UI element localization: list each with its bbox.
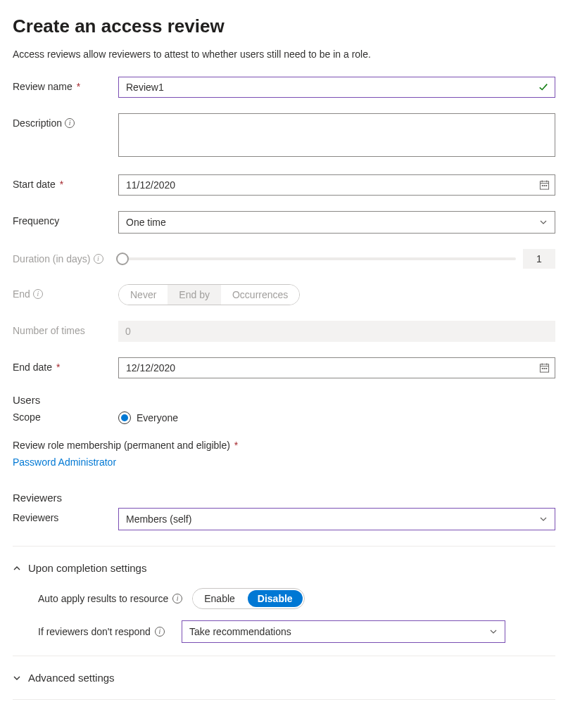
info-icon[interactable]: i xyxy=(155,627,165,637)
chevron-down-icon xyxy=(539,515,548,523)
chevron-down-icon xyxy=(539,218,548,226)
required-asterisk: * xyxy=(77,81,80,92)
end-label: End i xyxy=(13,284,118,300)
radio-icon xyxy=(118,411,131,424)
end-option-never[interactable]: Never xyxy=(119,285,168,305)
reviewers-heading: Reviewers xyxy=(13,492,555,504)
required-asterisk: * xyxy=(56,362,60,373)
chevron-down-icon xyxy=(489,627,498,636)
end-date-label: End date* xyxy=(13,357,118,373)
reviewers-select[interactable]: Members (self) xyxy=(118,508,555,530)
if-no-respond-select[interactable]: Take recommendations xyxy=(182,620,505,643)
chevron-down-icon xyxy=(13,674,21,682)
description-input[interactable] xyxy=(118,113,555,157)
auto-apply-label: Auto apply results to resource i xyxy=(38,593,182,604)
info-icon[interactable]: i xyxy=(94,254,103,264)
role-link-password-administrator[interactable]: Password Administrator xyxy=(13,456,116,468)
auto-apply-toggle: Enable Disable xyxy=(192,588,304,609)
review-name-label: Review name* xyxy=(13,77,118,92)
frequency-label: Frequency xyxy=(13,211,118,226)
page-subtitle: Access reviews allow reviewers to attest… xyxy=(13,49,555,60)
advanced-settings-label: Advanced settings xyxy=(28,672,115,684)
number-of-times-label: Number of times xyxy=(13,321,118,336)
review-name-input[interactable] xyxy=(118,77,555,98)
role-membership-label: Review role membership (permanent and el… xyxy=(13,440,230,451)
scope-label: Scope xyxy=(13,410,118,423)
section-divider xyxy=(13,546,555,547)
description-label: Description i xyxy=(13,113,118,129)
completion-settings-label: Upon completion settings xyxy=(28,562,146,574)
chevron-up-icon xyxy=(13,564,21,573)
end-segmented-control: Never End by Occurrences xyxy=(118,284,300,305)
completion-settings-toggle[interactable]: Upon completion settings xyxy=(13,559,555,577)
duration-value: 1 xyxy=(523,249,555,269)
info-icon[interactable]: i xyxy=(172,594,182,604)
if-no-respond-value: Take recommendations xyxy=(189,626,291,637)
section-divider xyxy=(13,656,555,656)
info-icon[interactable]: i xyxy=(65,118,75,128)
reviewers-label: Reviewers xyxy=(13,508,118,523)
end-date-input[interactable] xyxy=(118,357,555,378)
if-no-respond-label: If reviewers don't respond i xyxy=(38,626,172,637)
advanced-settings-toggle[interactable]: Advanced settings xyxy=(13,669,555,687)
page-title: Create an access review xyxy=(13,15,555,37)
start-date-input[interactable] xyxy=(118,174,555,196)
toggle-enable[interactable]: Enable xyxy=(193,593,246,604)
scope-radio-everyone[interactable]: Everyone xyxy=(118,410,555,424)
users-heading: Users xyxy=(13,394,555,406)
reviewers-value: Members (self) xyxy=(126,513,191,525)
end-option-end-by[interactable]: End by xyxy=(168,285,221,305)
scope-option-label: Everyone xyxy=(137,412,178,423)
frequency-value: One time xyxy=(126,217,166,228)
duration-slider[interactable] xyxy=(118,257,516,260)
required-asterisk: * xyxy=(60,179,63,190)
required-asterisk: * xyxy=(232,440,238,451)
duration-label: Duration (in days) i xyxy=(13,249,118,264)
end-option-occurrences[interactable]: Occurrences xyxy=(221,285,299,305)
toggle-disable[interactable]: Disable xyxy=(248,590,303,607)
info-icon[interactable]: i xyxy=(33,289,43,299)
slider-thumb[interactable] xyxy=(116,253,129,265)
start-date-label: Start date* xyxy=(13,174,118,190)
number-of-times-input xyxy=(118,321,555,342)
frequency-select[interactable]: One time xyxy=(118,211,555,234)
section-divider xyxy=(13,699,555,700)
